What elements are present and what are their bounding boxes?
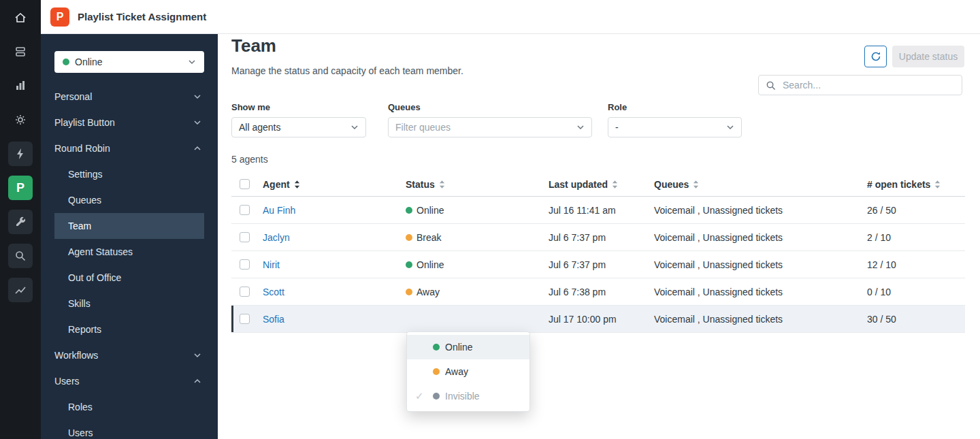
sidebar-item-users[interactable]: Users (54, 368, 204, 394)
update-status-button[interactable]: Update status (892, 46, 964, 67)
agent-link[interactable]: Scott (263, 287, 284, 297)
search-input[interactable] (781, 79, 955, 91)
col-header-status[interactable]: Status (400, 179, 543, 190)
agent-link[interactable]: Au Finh (263, 205, 295, 216)
open-tickets-cell: 0 / 10 (862, 287, 965, 297)
menu-item-away[interactable]: Away (407, 359, 529, 384)
show-me-label: Show me (231, 102, 270, 112)
row-checkbox[interactable] (240, 287, 250, 297)
role-select[interactable]: - (608, 117, 742, 137)
search-rail-icon[interactable] (8, 244, 33, 268)
sidebar-item-settings[interactable]: Settings (54, 161, 204, 187)
status-dot (63, 59, 69, 65)
last-updated-cell: Jul 17 10:00 pm (543, 314, 649, 325)
status-dot (406, 289, 412, 295)
agent-link[interactable]: Nirit (263, 259, 280, 270)
trend-line-icon[interactable] (8, 278, 33, 302)
home-icon[interactable] (8, 5, 33, 30)
menu-item-invisible[interactable]: ✓ Invisible (407, 384, 529, 408)
select-all-checkbox[interactable] (240, 179, 250, 189)
table-row: Scott Away Jul 6 7:38 pm Voicemail , Una… (231, 278, 965, 306)
chevron-up-icon (193, 377, 204, 385)
sidebar-item-reports[interactable]: Reports (54, 316, 204, 342)
app-title: Playlist Ticket Assignment (78, 11, 206, 22)
chevron-down-icon (726, 123, 734, 131)
lightning-icon[interactable] (8, 142, 33, 166)
status-dot (433, 368, 440, 375)
my-status-selector[interactable]: Online (54, 51, 204, 73)
my-status-value: Online (75, 56, 102, 67)
table-row: Jaclyn Break Jul 6 7:37 pm Voicemail , U… (231, 224, 965, 251)
chevron-up-icon (193, 144, 204, 152)
chevron-down-icon (193, 118, 204, 127)
queues-cell: Voicemail , Unassigned tickets (649, 232, 862, 243)
col-header-agent[interactable]: Agent (257, 179, 400, 190)
last-updated-cell: Jul 16 11:41 am (543, 205, 649, 216)
col-header-last-updated[interactable]: Last updated (543, 179, 649, 190)
refresh-icon (870, 51, 881, 62)
wrench-icon[interactable] (8, 210, 33, 234)
chevron-down-icon (188, 58, 196, 66)
status-dot (406, 207, 412, 214)
agent-link[interactable]: Sofia (263, 314, 284, 325)
row-checkbox[interactable] (240, 232, 250, 242)
chevron-down-icon (193, 351, 204, 359)
search-box (758, 75, 962, 95)
search-icon (766, 80, 776, 91)
queues-filter-select[interactable]: Filter queues (388, 117, 592, 137)
agent-status-cell[interactable]: Break (400, 232, 543, 243)
sort-icon (294, 180, 300, 189)
menu-item-online[interactable]: Online (407, 335, 529, 359)
app-icon-rail: P (0, 0, 41, 439)
chevron-down-icon (350, 123, 359, 131)
list-stack-icon[interactable] (8, 39, 33, 64)
chevron-down-icon (193, 93, 204, 101)
bar-chart-icon[interactable] (8, 74, 33, 98)
sidebar-item-skills[interactable]: Skills (54, 291, 204, 316)
table-row-selected: Sofia Jul 17 10:00 pm Voicemail , Unassi… (231, 306, 965, 333)
agents-count: 5 agents (231, 154, 268, 165)
sidebar-item-team[interactable]: Team (54, 213, 204, 239)
status-dot (433, 344, 440, 351)
show-me-select[interactable]: All agents (231, 117, 366, 137)
open-tickets-cell: 2 / 10 (862, 232, 965, 243)
sidebar-nav: Personal Playlist Button Round Robin Set… (41, 84, 218, 439)
check-icon: ✓ (415, 390, 427, 402)
sidebar-item-playlist-button[interactable]: Playlist Button (54, 110, 204, 135)
refresh-button[interactable] (864, 46, 887, 67)
agent-status-cell[interactable]: Away (400, 287, 543, 297)
sidebar-item-workflows[interactable]: Workflows (54, 342, 204, 368)
queues-cell: Voicemail , Unassigned tickets (649, 287, 862, 297)
queues-cell: Voicemail , Unassigned tickets (649, 259, 862, 270)
col-header-queues[interactable]: Queues (649, 179, 862, 190)
sidebar-item-agent-statuses[interactable]: Agent Statuses (54, 239, 204, 265)
row-checkbox[interactable] (240, 259, 250, 270)
last-updated-cell: Jul 6 7:38 pm (543, 287, 649, 297)
col-header-open-tickets[interactable]: # open tickets (862, 179, 965, 190)
sort-icon (612, 180, 618, 189)
table-row: Au Finh Online Jul 16 11:41 am Voicemail… (231, 197, 965, 224)
status-dot (406, 261, 412, 268)
sidebar-item-users-sub[interactable]: Users (54, 420, 204, 439)
row-checkbox[interactable] (240, 205, 250, 215)
queues-filter-label: Queues (388, 102, 421, 112)
status-dot (433, 393, 440, 400)
sidebar-item-queues[interactable]: Queues (54, 187, 204, 213)
sidebar-item-personal[interactable]: Personal (54, 84, 204, 110)
row-checkbox[interactable] (240, 314, 250, 324)
agent-link[interactable]: Jaclyn (263, 232, 290, 243)
agent-status-cell[interactable]: Online (400, 205, 543, 216)
playlist-app-icon[interactable]: P (8, 176, 33, 200)
sidebar-item-out-of-office[interactable]: Out of Office (54, 265, 204, 291)
open-tickets-cell: 26 / 50 (862, 205, 965, 216)
agent-status-cell[interactable]: Online (400, 259, 543, 270)
gear-icon[interactable] (8, 108, 33, 132)
sort-icon (439, 180, 445, 189)
sidebar-item-round-robin[interactable]: Round Robin (54, 135, 204, 161)
main-content: Team Manage the status and capacity of e… (218, 34, 980, 439)
status-dot (406, 234, 412, 241)
sidebar-item-roles[interactable]: Roles (54, 394, 204, 420)
app-logo: P (50, 7, 69, 27)
role-label: Role (608, 102, 627, 112)
sidebar: Online Personal Playlist Button Round Ro… (41, 34, 218, 439)
